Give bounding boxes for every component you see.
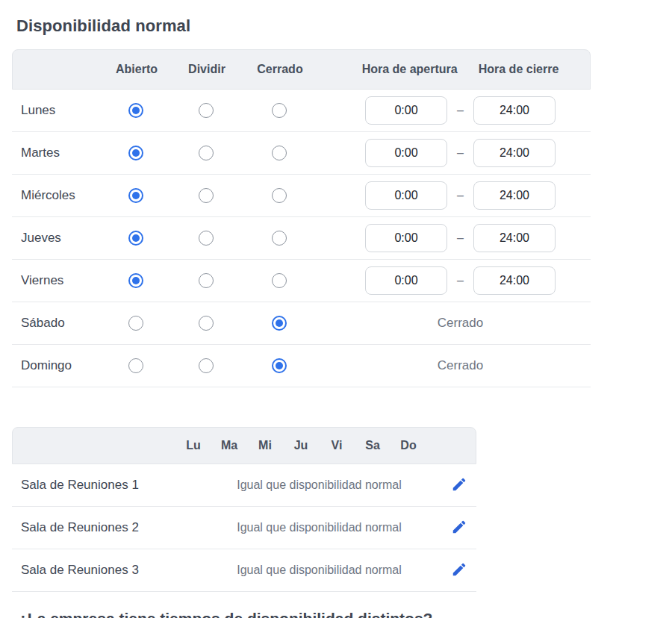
- availability-row-viernes: Viernes –: [12, 260, 591, 302]
- dow-header-mi: Mi: [247, 439, 283, 452]
- closing-time-input[interactable]: [473, 96, 556, 125]
- availability-row-domingo: Domingo Cerrado: [12, 345, 591, 387]
- radio-closed[interactable]: [272, 103, 287, 118]
- availability-row-jueves: Jueves –: [12, 217, 591, 260]
- time-range: –: [317, 266, 591, 295]
- dow-header-vi: Vi: [319, 439, 355, 452]
- dow-header-ma: Ma: [211, 439, 247, 452]
- radio-closed[interactable]: [272, 146, 287, 160]
- radio-open[interactable]: [128, 103, 143, 118]
- radio-open[interactable]: [128, 273, 143, 288]
- radio-open[interactable]: [128, 188, 143, 203]
- edit-pencil-icon: [451, 519, 467, 537]
- range-dash: –: [457, 231, 464, 245]
- column-header-closing-time: Hora de cierre: [479, 63, 559, 76]
- time-range: –: [317, 139, 591, 167]
- radio-split[interactable]: [199, 316, 214, 331]
- availability-row-miercoles: Miércoles –: [12, 175, 591, 217]
- closing-time-input[interactable]: [473, 224, 556, 252]
- dow-header-sa: Sa: [355, 439, 391, 452]
- availability-table: Abierto Dividir Cerrado Hora de apertura…: [12, 49, 591, 387]
- resource-name: Sala de Reuniones 3: [12, 563, 196, 578]
- resource-row: Sala de Reuniones 1 Igual que disponibil…: [12, 464, 476, 507]
- column-header-opening-time: Hora de apertura: [362, 63, 458, 76]
- radio-closed[interactable]: [272, 273, 287, 288]
- closing-time-input[interactable]: [473, 181, 556, 210]
- range-dash: –: [457, 104, 464, 117]
- radio-closed[interactable]: [272, 231, 287, 246]
- range-dash: –: [457, 274, 464, 287]
- day-label: Lunes: [12, 103, 102, 118]
- radio-split[interactable]: [199, 188, 214, 203]
- radio-closed[interactable]: [272, 358, 287, 373]
- opening-time-input[interactable]: [365, 266, 447, 295]
- edit-pencil-icon: [451, 561, 467, 580]
- availability-table-header: Abierto Dividir Cerrado Hora de apertura…: [12, 49, 591, 90]
- radio-open[interactable]: [128, 146, 143, 160]
- dow-header-do: Do: [391, 439, 426, 452]
- resource-row: Sala de Reuniones 3 Igual que disponibil…: [12, 549, 476, 592]
- opening-time-input[interactable]: [365, 181, 447, 210]
- radio-open[interactable]: [128, 316, 143, 331]
- day-label: Sábado: [12, 316, 102, 331]
- resource-row: Sala de Reuniones 2 Igual que disponibil…: [12, 507, 476, 549]
- opening-time-input[interactable]: [365, 96, 447, 125]
- day-label: Miércoles: [12, 188, 102, 203]
- day-label: Martes: [12, 146, 102, 160]
- closed-status-text: Cerrado: [317, 316, 591, 331]
- closing-time-input[interactable]: [473, 139, 556, 167]
- opening-time-input[interactable]: [365, 224, 447, 252]
- radio-closed[interactable]: [272, 188, 287, 203]
- time-range: –: [317, 224, 591, 252]
- column-header-closed: Cerrado: [243, 63, 317, 76]
- range-dash: –: [457, 146, 464, 160]
- resource-name: Sala de Reuniones 2: [12, 520, 196, 535]
- radio-open[interactable]: [128, 231, 143, 246]
- availability-row-lunes: Lunes –: [12, 90, 591, 132]
- day-label: Domingo: [12, 358, 102, 373]
- range-dash: –: [457, 189, 464, 202]
- day-label: Viernes: [12, 273, 102, 288]
- availability-settings-page: Disponibilidad normal Abierto Dividir Ce…: [0, 0, 672, 618]
- opening-time-input[interactable]: [365, 139, 447, 167]
- column-header-open: Abierto: [102, 63, 171, 76]
- radio-split[interactable]: [199, 231, 214, 246]
- radio-split[interactable]: [199, 103, 214, 118]
- time-column-headers: Hora de apertura Hora de cierre: [317, 63, 590, 76]
- resource-name: Sala de Reuniones 1: [12, 478, 196, 493]
- resource-availability-text: Igual que disponibilidad normal: [196, 564, 442, 577]
- radio-split[interactable]: [199, 273, 214, 288]
- edit-availability-button[interactable]: [442, 561, 476, 580]
- resources-table-header: Lu Ma Mi Ju Vi Sa Do: [12, 427, 476, 464]
- edit-availability-button[interactable]: [442, 476, 476, 495]
- availability-row-martes: Martes –: [12, 132, 591, 175]
- time-range: –: [317, 181, 591, 210]
- radio-closed[interactable]: [272, 316, 287, 331]
- radio-split[interactable]: [199, 358, 214, 373]
- resources-table: Lu Ma Mi Ju Vi Sa Do Sala de Reuniones 1…: [12, 427, 476, 592]
- radio-split[interactable]: [199, 146, 214, 160]
- closing-time-input[interactable]: [473, 266, 556, 295]
- next-section-heading-clipped: ¿La empresa tiene tiempos de disponibili…: [18, 610, 432, 618]
- resource-availability-text: Igual que disponibilidad normal: [196, 478, 442, 492]
- time-range: –: [317, 96, 591, 125]
- resource-availability-text: Igual que disponibilidad normal: [196, 521, 442, 534]
- dow-header-ju: Ju: [283, 439, 319, 452]
- page-title: Disponibilidad normal: [16, 16, 190, 36]
- column-header-split: Dividir: [171, 63, 243, 76]
- edit-availability-button[interactable]: [442, 519, 476, 537]
- closed-status-text: Cerrado: [317, 358, 591, 373]
- dow-header-lu: Lu: [175, 439, 211, 452]
- availability-row-sabado: Sábado Cerrado: [12, 302, 591, 345]
- edit-pencil-icon: [451, 476, 467, 495]
- radio-open[interactable]: [128, 358, 143, 373]
- day-label: Jueves: [12, 231, 102, 246]
